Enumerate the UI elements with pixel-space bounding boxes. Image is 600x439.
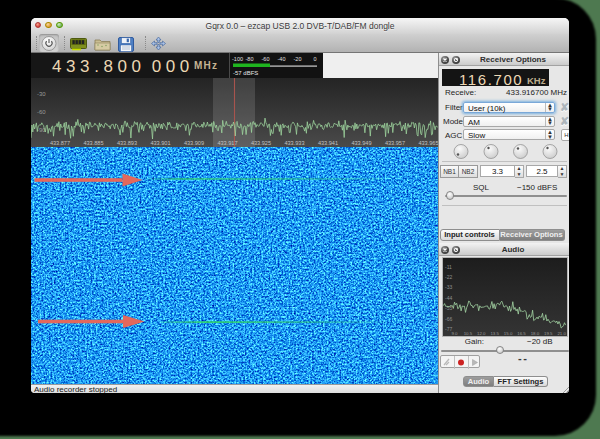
svg-text:-57 dBFS: -57 dBFS xyxy=(233,70,258,76)
svg-text:433.965: 433.965 xyxy=(418,139,438,145)
svg-text:433.901: 433.901 xyxy=(150,139,170,145)
svg-text:-30: -30 xyxy=(37,91,46,97)
svg-text:-44: -44 xyxy=(445,294,452,300)
svg-text:433.893: 433.893 xyxy=(117,139,137,145)
svg-text:433.949: 433.949 xyxy=(351,139,371,145)
svg-text:13.5: 13.5 xyxy=(490,330,499,335)
svg-text:433.885: 433.885 xyxy=(83,139,103,145)
svg-text:-80: -80 xyxy=(246,56,254,62)
svg-text:433.941: 433.941 xyxy=(318,139,338,145)
svg-text:0: 0 xyxy=(313,56,316,62)
svg-text:-22: -22 xyxy=(445,273,452,279)
svg-text:433.917: 433.917 xyxy=(217,139,237,145)
svg-text:9.0: 9.0 xyxy=(451,330,458,335)
svg-text:10.5: 10.5 xyxy=(464,330,473,335)
svg-text:-33: -33 xyxy=(445,284,452,290)
svg-text:-60: -60 xyxy=(37,109,46,115)
svg-text:15.0: 15.0 xyxy=(504,330,513,335)
svg-text:433.925: 433.925 xyxy=(251,139,271,145)
svg-text:-90: -90 xyxy=(37,127,46,133)
svg-text:433.957: 433.957 xyxy=(385,139,405,145)
svg-text:-100: -100 xyxy=(232,56,243,62)
svg-text:12.0: 12.0 xyxy=(477,330,486,335)
svg-text:433.933: 433.933 xyxy=(284,139,304,145)
svg-text:18.0: 18.0 xyxy=(531,330,540,335)
svg-text:433.877: 433.877 xyxy=(50,139,70,145)
svg-text:19.5: 19.5 xyxy=(544,330,553,335)
svg-text:-60: -60 xyxy=(262,56,270,62)
svg-text:21.0: 21.0 xyxy=(557,330,566,335)
svg-text:-20: -20 xyxy=(294,56,302,62)
svg-text:-11: -11 xyxy=(445,263,452,269)
svg-text:16.5: 16.5 xyxy=(517,330,526,335)
svg-text:433.909: 433.909 xyxy=(184,139,204,145)
svg-text:-40: -40 xyxy=(278,56,286,62)
svg-text:-66: -66 xyxy=(445,315,452,321)
